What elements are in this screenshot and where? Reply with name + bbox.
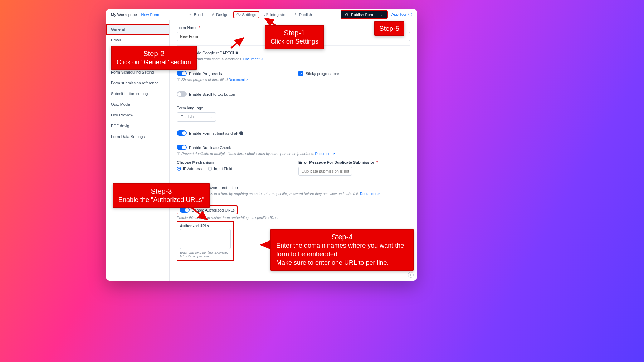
step5-callout: Step-5 xyxy=(374,21,404,36)
checkbox-sticky[interactable] xyxy=(298,71,303,76)
svg-point-0 xyxy=(238,14,239,15)
info-icon[interactable]: i xyxy=(239,131,243,135)
workspace-label[interactable]: My Workspace xyxy=(111,13,137,17)
form-crumb[interactable]: New Form xyxy=(141,13,160,17)
toggle-progress-label: Enable Progress bar xyxy=(189,71,225,76)
step3-callout: Step-3Enable the "Authorized URLs" xyxy=(113,183,210,208)
auth-example: Enter one URL per line. Example: https:/… xyxy=(180,251,231,258)
auth-hint: Enable this setting to restrict form emb… xyxy=(177,216,410,220)
doc-link[interactable]: Document xyxy=(315,152,335,156)
sidebar-item-general[interactable]: General xyxy=(106,24,169,35)
sidebar-item-form-data[interactable]: Form Data Settings xyxy=(106,131,169,142)
err-msg-label: Error Message For Duplicate Submission xyxy=(298,160,410,164)
app-tour-link[interactable]: App Tour ⓘ xyxy=(391,12,412,17)
sidebar-item-pdf[interactable]: PDF design xyxy=(106,120,169,131)
add-button[interactable]: + xyxy=(408,272,414,278)
radio-input-field[interactable]: Input Field xyxy=(208,167,232,171)
auth-urls-label: Authorized URLs xyxy=(180,224,231,228)
sidebar-item-quiz[interactable]: Quiz Mode xyxy=(106,99,169,110)
tab-settings[interactable]: Settings xyxy=(233,11,260,18)
upload-icon xyxy=(293,13,298,17)
step1-callout: Step-1Click on Settings xyxy=(265,25,324,49)
tab-publish[interactable]: Publish xyxy=(290,11,315,18)
chevron-down-icon: ⌄ xyxy=(209,115,212,119)
top-bar: My Workspace New Form Build Design Setti… xyxy=(106,9,417,20)
arrow-step2 xyxy=(229,36,247,51)
top-tabs: Build Design Settings Integrate Publish xyxy=(185,11,315,18)
step2-callout: Step-2Click on "General" section xyxy=(111,46,197,70)
radio-ip[interactable]: IP Address xyxy=(177,167,202,171)
top-right: Publish Form⌄ App Tour ⓘ xyxy=(341,10,412,19)
toggle-progress[interactable] xyxy=(177,71,187,76)
lang-label: Form language xyxy=(177,106,410,110)
toggle-scrolltop-label: Enable Scroll to top button xyxy=(189,92,235,96)
step4-callout: Step-4Enter the domain names where you w… xyxy=(270,229,414,271)
sidebar-item-link-preview[interactable]: Link Preview xyxy=(106,110,169,120)
err-msg-input[interactable] xyxy=(298,167,352,176)
checkbox-sticky-label: Sticky progress bar xyxy=(306,71,339,76)
gear-icon xyxy=(236,13,241,17)
pencil-icon xyxy=(210,13,215,17)
publish-button[interactable]: Publish Form⌄ xyxy=(341,10,388,19)
auth-urls-textarea[interactable] xyxy=(180,229,231,249)
doc-link[interactable]: Document xyxy=(243,57,263,61)
toggle-dup[interactable] xyxy=(177,145,187,150)
toggle-draft-label: Enable Form submit as draft xyxy=(189,131,238,135)
sidebar-item-email[interactable]: Email xyxy=(106,35,169,45)
hand-icon xyxy=(345,13,349,16)
doc-link[interactable]: Document xyxy=(360,192,380,196)
toggle-draft[interactable] xyxy=(177,130,187,136)
tab-design[interactable]: Design xyxy=(207,11,231,18)
mechanism-label: Choose Mechanism xyxy=(177,160,288,164)
arrow-step4 xyxy=(259,241,272,250)
lang-select[interactable]: English⌄ xyxy=(177,112,216,122)
toggle-scrolltop[interactable] xyxy=(177,91,187,97)
wrench-icon xyxy=(188,13,192,17)
doc-link[interactable]: Document xyxy=(229,78,249,82)
tab-build[interactable]: Build xyxy=(185,11,206,18)
sidebar-item-reference[interactable]: Form submission reference xyxy=(106,78,169,88)
svg-line-2 xyxy=(231,38,243,48)
chevron-down-icon[interactable]: ⌄ xyxy=(378,12,384,17)
sidebar-item-submit-btn[interactable]: Submit button setting xyxy=(106,88,169,99)
toggle-dup-label: Enable Duplicate Check xyxy=(189,145,231,150)
